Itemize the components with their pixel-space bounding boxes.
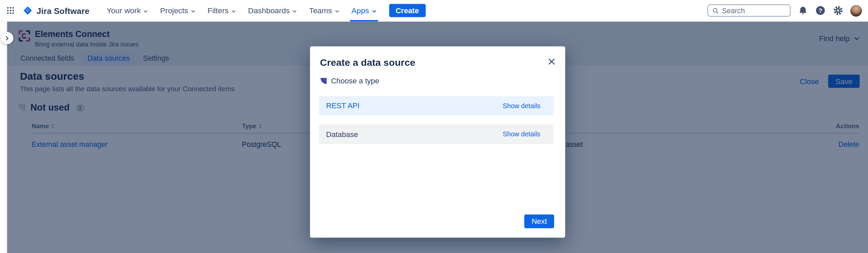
nav-item-label: Your work xyxy=(107,6,141,15)
svg-text:?: ? xyxy=(819,7,822,14)
create-button[interactable]: Create xyxy=(389,4,426,17)
option-label: Database xyxy=(326,130,358,138)
jira-logo-icon xyxy=(23,5,33,15)
jira-brand[interactable]: Jira Software xyxy=(23,5,89,15)
nav-item-dashboards[interactable]: Dashboards xyxy=(242,0,303,21)
option-database[interactable]: Database Show details xyxy=(319,124,554,144)
notifications-bell-icon[interactable] xyxy=(798,6,808,15)
next-button[interactable]: Next xyxy=(524,214,554,228)
search-input[interactable] xyxy=(722,6,785,15)
sidebar-expand-button[interactable] xyxy=(1,32,13,44)
close-icon xyxy=(548,58,555,65)
option-label: REST API xyxy=(326,102,360,110)
nav-item-apps[interactable]: Apps xyxy=(345,0,382,21)
nav-item-label: Filters xyxy=(208,6,229,15)
chevron-down-icon xyxy=(335,10,339,13)
app-switcher-icon[interactable] xyxy=(7,7,15,15)
global-search[interactable] xyxy=(707,4,790,17)
brand-name: Jira Software xyxy=(37,6,90,15)
search-icon xyxy=(712,7,719,14)
nav-item-teams[interactable]: Teams xyxy=(303,0,345,21)
nav-right-cluster: ? xyxy=(707,4,862,17)
chevron-down-icon xyxy=(293,10,297,13)
nav-item-label: Teams xyxy=(309,6,332,15)
modal-step-header: Choose a type xyxy=(320,77,379,85)
nav-item-label: Projects xyxy=(160,6,188,15)
option-rest-api[interactable]: REST API Show details xyxy=(319,96,554,116)
settings-gear-icon[interactable] xyxy=(833,5,843,15)
chevron-down-icon xyxy=(231,10,236,13)
left-rail xyxy=(0,22,7,253)
user-avatar[interactable] xyxy=(850,5,862,16)
primary-nav: Your work Projects Filters Dashboards Te… xyxy=(101,0,383,21)
modal-close-button[interactable] xyxy=(544,54,559,69)
chevron-right-icon xyxy=(5,36,9,41)
modal-title: Create a data source xyxy=(320,57,415,69)
nav-item-label: Dashboards xyxy=(248,6,290,15)
create-data-source-modal: Create a data source Choose a type REST … xyxy=(310,46,565,238)
chevron-down-icon xyxy=(191,10,195,13)
step-marker-icon xyxy=(320,78,326,84)
screen: Jira Software Your work Projects Filters… xyxy=(0,0,868,253)
step-label: Choose a type xyxy=(331,77,379,85)
show-details-link[interactable]: Show details xyxy=(502,102,540,110)
nav-item-filters[interactable]: Filters xyxy=(201,0,242,21)
chevron-down-icon xyxy=(372,10,376,13)
chevron-down-icon xyxy=(143,10,148,13)
nav-item-label: Apps xyxy=(351,6,369,15)
nav-item-projects[interactable]: Projects xyxy=(154,0,201,21)
nav-item-your-work[interactable]: Your work xyxy=(101,0,154,21)
top-nav: Jira Software Your work Projects Filters… xyxy=(0,0,868,22)
help-icon[interactable]: ? xyxy=(815,5,825,15)
show-details-link[interactable]: Show details xyxy=(502,131,540,138)
